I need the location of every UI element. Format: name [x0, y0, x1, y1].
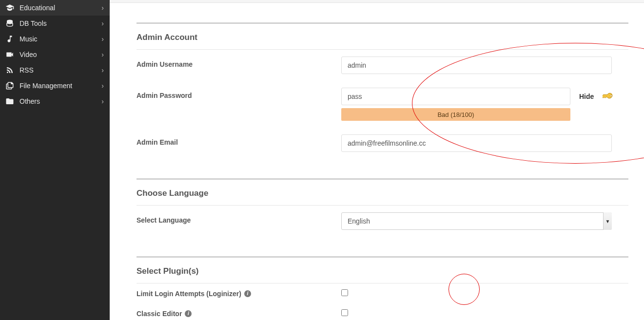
sidebar: Educational › DB Tools › Music › Video › [0, 0, 110, 320]
key-icon[interactable] [603, 91, 613, 102]
section-title-language: Choose Language [137, 180, 628, 206]
database-icon [5, 19, 15, 28]
sidebar-item-dbtools[interactable]: DB Tools › [0, 16, 110, 31]
sidebar-item-music[interactable]: Music › [0, 31, 110, 47]
plugin-checkbox-classic-editor[interactable] [341, 309, 348, 316]
section-title-admin: Admin Account [137, 24, 628, 50]
plugin-checkbox-loginizer[interactable] [341, 289, 348, 296]
admin-username-input[interactable] [341, 56, 612, 74]
rss-icon [5, 65, 15, 75]
sidebar-item-rss[interactable]: RSS › [0, 62, 110, 78]
chevron-right-icon: › [101, 35, 104, 43]
folder-icon [5, 96, 15, 106]
plugin-label-loginizer: Limit Login Attempts (Loginizer) [137, 290, 241, 298]
sidebar-item-video[interactable]: Video › [0, 47, 110, 62]
admin-username-label: Admin Username [137, 56, 341, 68]
video-icon [5, 50, 15, 59]
chevron-right-icon: › [101, 66, 104, 74]
info-icon[interactable]: i [185, 310, 192, 317]
chevron-right-icon: › [101, 4, 104, 12]
admin-email-input[interactable] [341, 134, 612, 152]
chevron-right-icon: › [101, 82, 104, 90]
admin-password-label: Admin Password [137, 88, 341, 99]
admin-email-label: Admin Email [137, 134, 341, 146]
sidebar-item-label: Music [20, 35, 101, 43]
sidebar-item-label: RSS [20, 66, 101, 74]
sidebar-item-others[interactable]: Others › [0, 94, 110, 109]
toggle-password-visibility[interactable]: Hide [579, 93, 594, 100]
main-content: Admin Account Admin Username Admin Passw… [110, 0, 644, 320]
sidebar-item-label: Educational [20, 4, 101, 12]
grad-cap-icon [5, 3, 15, 13]
section-title-plugins: Select Plugin(s) [137, 258, 628, 283]
sidebar-item-label: Others [20, 97, 101, 105]
select-language-label: Select Language [137, 212, 341, 224]
chevron-right-icon: › [101, 97, 104, 105]
sidebar-item-label: File Management [20, 82, 101, 90]
sidebar-item-label: DB Tools [20, 19, 101, 27]
music-icon [5, 34, 15, 44]
sidebar-item-filemanagement[interactable]: File Management › [0, 78, 110, 94]
chevron-right-icon: › [101, 19, 104, 27]
password-strength-bar: Bad (18/100) [341, 108, 570, 121]
sidebar-item-label: Video [20, 51, 101, 58]
sidebar-item-educational[interactable]: Educational › [0, 0, 110, 16]
files-icon [5, 81, 15, 91]
plugin-label-classic-editor: Classic Editor [137, 310, 182, 318]
admin-password-input[interactable] [341, 88, 570, 105]
svg-point-1 [7, 72, 8, 73]
info-icon[interactable]: i [244, 290, 251, 297]
chevron-right-icon: › [101, 51, 104, 58]
language-select[interactable]: English [341, 212, 612, 230]
